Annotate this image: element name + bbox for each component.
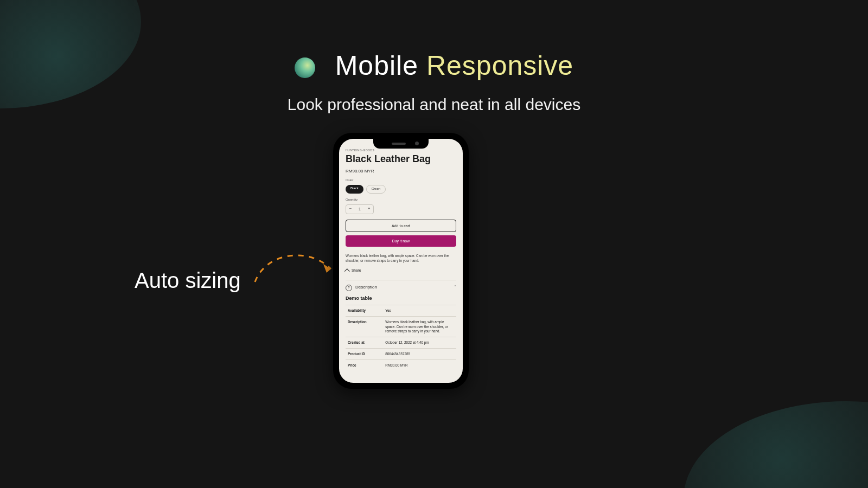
headline: Mobile Responsive — [0, 50, 868, 81]
phone-inner: HUNTKING-GOODS Black Leather Bag RM90.00… — [339, 139, 463, 383]
color-option-green[interactable]: Green — [366, 185, 386, 194]
headline-word-1: Mobile — [335, 50, 418, 81]
marketing-slide: Mobile Responsive Look professional and … — [0, 0, 868, 488]
question-mark-icon: ? — [346, 285, 352, 291]
phone-notch — [373, 139, 429, 149]
color-option-black[interactable]: Black — [346, 185, 363, 194]
quantity-stepper: − 1 + — [346, 204, 374, 214]
add-to-cart-button[interactable]: Add to cart — [346, 220, 456, 232]
cell-value: Womens black leather bag, with ample spa… — [383, 317, 456, 337]
chevron-up-icon: ˄ — [454, 285, 456, 290]
subheadline: Look professional and neat in all device… — [0, 95, 868, 114]
quantity-value: 1 — [355, 205, 365, 214]
cell-value: 8064454357285 — [383, 349, 456, 360]
phone-frame: HUNTKING-GOODS Black Leather Bag RM90.00… — [333, 133, 469, 389]
auto-sizing-callout: Auto sizing — [135, 268, 241, 293]
quantity-label: Quantity — [346, 198, 456, 202]
description-accordion[interactable]: ? Description ˄ — [346, 280, 456, 291]
product-body: Womens black leather bag, with ample spa… — [346, 253, 456, 263]
phone-screen: HUNTKING-GOODS Black Leather Bag RM90.00… — [339, 139, 463, 383]
cell-label: Description — [346, 317, 383, 337]
table-row: Product ID 8064454357285 — [346, 349, 456, 360]
callout-arrow-icon — [250, 244, 347, 293]
vendor-label: HUNTKING-GOODS — [346, 149, 456, 152]
quantity-decrement[interactable]: − — [346, 205, 355, 214]
bullet-dot-icon — [295, 57, 315, 78]
product-price: RM90.00 MYR — [346, 169, 456, 174]
quantity-increment[interactable]: + — [365, 205, 373, 214]
cell-label: Price — [346, 360, 383, 371]
accordion-title: Description — [355, 285, 377, 290]
color-label: Color — [346, 178, 456, 183]
cell-value: Yes — [383, 305, 456, 317]
decorative-glow-bottom-right — [684, 401, 868, 488]
cell-value: October 12, 2022 at 4:40 pm — [383, 337, 456, 348]
cell-value: RM30.00 MYR — [383, 360, 456, 371]
color-options: Black Green — [346, 185, 456, 194]
table-row: Created at October 12, 2022 at 4:40 pm — [346, 337, 456, 348]
table-row: Price RM30.00 MYR — [346, 360, 456, 371]
headline-word-2: Responsive — [426, 50, 573, 81]
product-title: Black Leather Bag — [346, 153, 456, 165]
cell-label: Availability — [346, 305, 383, 317]
table-row: Description Womens black leather bag, wi… — [346, 317, 456, 337]
table-row: Availability Yes — [346, 305, 456, 317]
product-page: HUNTKING-GOODS Black Leather Bag RM90.00… — [339, 139, 463, 383]
share-label: Share — [352, 268, 361, 273]
share-link[interactable]: Share — [346, 268, 456, 273]
demo-table: Availability Yes Description Womens blac… — [346, 305, 456, 371]
cell-label: Created at — [346, 337, 383, 348]
buy-now-button[interactable]: Buy it now — [346, 235, 456, 247]
cell-label: Product ID — [346, 349, 383, 360]
share-icon — [344, 268, 350, 274]
svg-marker-0 — [323, 264, 331, 273]
demo-table-title: Demo table — [346, 296, 456, 302]
